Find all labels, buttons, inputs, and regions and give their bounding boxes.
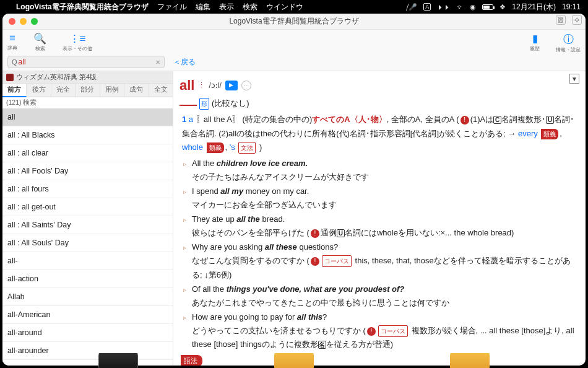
display-icon[interactable]: ⏵⏵ (437, 3, 451, 11)
headword: all (179, 74, 194, 97)
mic-mute-icon[interactable]: ⧸🎤 (406, 3, 417, 11)
example: I spend all my money on my car.マイカーにお金を全… (179, 185, 579, 212)
tab-idiom[interactable]: 成句 (124, 84, 149, 97)
result-item[interactable]: all : All Saints' Day (2, 216, 173, 234)
battery-icon[interactable] (482, 4, 493, 10)
app-name[interactable]: LogoVista電子辞典閲覧用統合ブラウザ (16, 2, 149, 12)
tab-fulltext[interactable]: 全文 (149, 84, 173, 97)
collapse-button[interactable]: ▼ (569, 74, 579, 84)
note-icon[interactable]: ! (460, 116, 469, 125)
synonym-tag[interactable]: 類義 (207, 142, 224, 153)
dictionary-header[interactable]: ウィズダム英和辞典 第4版 (2, 71, 173, 84)
app-window: LogoVista電子辞典閲覧用統合ブラウザ ≡辞典 🔍検索 ⋮≡表示・その他 … (2, 14, 586, 366)
menu-window[interactable]: ウインドウ (266, 2, 303, 12)
back-button[interactable]: ＜戻る (173, 57, 196, 68)
result-item[interactable]: all : all fours (2, 180, 173, 198)
toolbar-dict-button[interactable]: ≡辞典 (7, 32, 17, 53)
tab-prefix[interactable]: 前方 (2, 84, 27, 97)
image-toggle-icon[interactable]: 🖼 (556, 15, 566, 25)
search-input[interactable] (19, 58, 155, 66)
result-item[interactable]: all : All Souls' Day (2, 234, 173, 252)
wifi-icon[interactable]: ᯤ (457, 3, 464, 11)
control-center-icon[interactable]: ❖ (499, 3, 506, 11)
toolbar-view-button[interactable]: ⋮≡表示・その他 (63, 32, 92, 53)
settings-icon[interactable]: ✣ (572, 15, 582, 25)
dock (0, 353, 588, 368)
toolbar-search-button[interactable]: 🔍検索 (33, 32, 46, 53)
link-every[interactable]: every (518, 129, 538, 138)
search-prefix: Q (12, 58, 17, 66)
result-item[interactable]: all-action (2, 270, 173, 288)
result-item[interactable]: all : all clear (2, 144, 173, 162)
pos-badge: 形 (199, 98, 209, 110)
extra-info-button[interactable]: ⋯ (241, 81, 251, 90)
columns-icon: ⋮≡ (69, 32, 86, 45)
menu-file[interactable]: ファイル (157, 2, 187, 12)
search-box[interactable]: Q ✕ (7, 56, 165, 68)
dock-app-icon[interactable] (98, 353, 138, 368)
menu-search[interactable]: 検索 (243, 2, 257, 12)
toolbar-info-button[interactable]: ⓘ情報・設定 (556, 32, 581, 53)
example: Of all the things you've done, what are … (179, 283, 579, 310)
ime-icon[interactable]: A (423, 3, 431, 11)
menu-view[interactable]: 表示 (219, 2, 234, 12)
dictionary-icon (6, 74, 14, 81)
tab-suffix[interactable]: 後方 (27, 84, 51, 97)
sidebar: ウィズダム英和辞典 第4版 前方 後方 完全 部分 用例 成句 全文 (121)… (2, 71, 173, 366)
result-item[interactable]: Allah (2, 288, 173, 306)
play-audio-button[interactable]: ▶ (225, 81, 238, 90)
menu-edit[interactable]: 編集 (196, 2, 210, 12)
example: How are you going to pay for all this?どう… (179, 310, 579, 351)
minimize-window-button[interactable] (20, 18, 27, 25)
entry-content[interactable]: all ⋮ /ɔːl/ ▶ ⋯ ▼ 形 (比較なし) 1 a 〖all the … (173, 71, 586, 366)
window-title: LogoVista電子辞典閲覧用統合ブラウザ (2, 16, 586, 27)
dock-app-icon[interactable] (450, 353, 490, 368)
info-icon: ⓘ (563, 32, 574, 46)
sense-block: 1 a 〖all the A〗 (特定の集合の中の)すべてのA〈人･物〉, 全部… (179, 113, 579, 154)
result-item[interactable]: all-around (2, 324, 173, 342)
result-item[interactable]: all : All Fools' Day (2, 162, 173, 180)
search-mode-tabs: 前方 後方 完全 部分 用例 成句 全文 (2, 84, 173, 97)
user-icon[interactable]: ◉ (470, 3, 476, 11)
tab-exact[interactable]: 完全 (51, 84, 76, 97)
tab-partial[interactable]: 部分 (76, 84, 100, 97)
synonym-tag[interactable]: 類義 (541, 129, 558, 139)
close-window-button[interactable] (9, 18, 15, 25)
example: Why are you asking all these questions?な… (179, 240, 579, 281)
separator-icon: ⋮ (198, 79, 205, 91)
list-icon: ≡ (9, 32, 15, 45)
result-item[interactable]: all (2, 108, 173, 126)
divider (179, 105, 197, 106)
titlebar: LogoVista電子辞典閲覧用統合ブラウザ (2, 14, 586, 30)
tab-example[interactable]: 用例 (100, 84, 124, 97)
pronunciation: /ɔːl/ (209, 79, 221, 92)
result-item[interactable]: all-American (2, 306, 173, 324)
result-item[interactable]: all : all get-out (2, 198, 173, 216)
menubar-date[interactable]: 12月21日(木) (512, 2, 556, 12)
dock-app-icon[interactable] (274, 353, 314, 368)
result-item[interactable]: all- (2, 252, 173, 270)
result-count: (121) 検索 (2, 97, 173, 108)
result-list[interactable]: allall : All Blacksall : all clearall : … (2, 108, 173, 366)
link-s[interactable]: 's (230, 142, 235, 152)
link-whole[interactable]: whole (182, 142, 203, 152)
example: They ate up all the bread.彼らはそのパンを全部平らげた… (179, 212, 579, 240)
toolbar: ≡辞典 🔍検索 ⋮≡表示・その他 ▮履歴 ⓘ情報・設定 (2, 30, 586, 53)
toolbar-history-button[interactable]: ▮履歴 (530, 32, 540, 53)
menubar-time[interactable]: 19:11 (562, 2, 581, 11)
example: All the children love ice cream.その子たちはみん… (179, 157, 579, 184)
grammar-tag[interactable]: 文法 (238, 142, 256, 154)
search-icon: 🔍 (33, 32, 46, 45)
bookmark-icon: ▮ (532, 32, 538, 45)
result-item[interactable]: all : All Blacks (2, 126, 173, 144)
zoom-window-button[interactable] (31, 18, 38, 25)
clear-search-button[interactable]: ✕ (155, 59, 160, 66)
pos-note: (比較なし) (212, 97, 249, 110)
